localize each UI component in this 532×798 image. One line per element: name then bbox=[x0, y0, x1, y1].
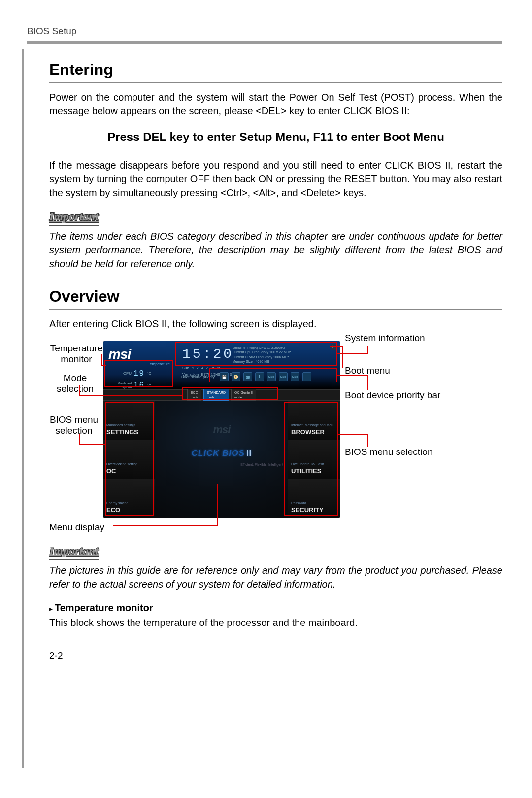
label-menu-display: Menu display bbox=[49, 521, 104, 534]
temp-heading: Temperature bbox=[109, 361, 173, 367]
leader-line bbox=[342, 346, 343, 368]
right-menu: Internet, Message and Mail BROWSER Live … bbox=[288, 401, 340, 518]
temperature-block: Temperature CPU 19 °C Mainboard System 1… bbox=[109, 361, 173, 386]
menu-eco[interactable]: Energy saving ECO bbox=[103, 479, 155, 518]
mode-selection-bar: ECOmode STANDARDmode OC Genie IImode bbox=[103, 389, 340, 401]
boot-dev-icon[interactable]: 📀 bbox=[232, 372, 240, 381]
label-system-information: System information bbox=[345, 333, 425, 344]
important-text-1: The items under each BIOS category descr… bbox=[49, 229, 502, 271]
label-mode-selection: Mode selection bbox=[49, 373, 101, 394]
leader-line bbox=[367, 346, 368, 354]
overview-intro: After entering Click BIOS II, the follow… bbox=[49, 317, 502, 331]
deg: °C bbox=[147, 383, 151, 388]
label-boot-priority: Boot device priority bar bbox=[345, 390, 440, 401]
menu-utilities[interactable]: Live Update, M-Flash UTILITIES bbox=[288, 440, 340, 479]
boot-dev-icon[interactable]: ⋯ bbox=[302, 372, 311, 381]
label-temperature-monitor: Temperature monitor bbox=[49, 343, 103, 365]
leader-line bbox=[337, 353, 367, 354]
rule bbox=[49, 309, 502, 310]
important-label-1: Important bbox=[49, 208, 99, 226]
boot-dev-icon[interactable]: 🖴 bbox=[243, 372, 252, 381]
boot-priority-bar[interactable]: Boot device priority 💾 📀 🖴 🖧 USB USB USB… bbox=[181, 369, 335, 384]
menu-security[interactable]: Password SECURITY bbox=[288, 479, 340, 518]
system-info: Genuine Intel(R) CPU @ 2.20GHz Current C… bbox=[233, 346, 291, 363]
bios-top-bar: msi × Temperature CPU 19 °C Mainboard Sy… bbox=[103, 341, 340, 389]
tagline: Efficient, Flexible, Intelligent bbox=[240, 462, 283, 467]
center-display: msi CLICK BIOSII Efficient, Flexible, In… bbox=[155, 401, 288, 518]
label-boot-menu: Boot menu bbox=[345, 364, 390, 378]
rule bbox=[49, 82, 502, 83]
entering-p2: If the message disappears before you res… bbox=[49, 158, 502, 200]
boot-dev-icon[interactable]: USB bbox=[279, 372, 288, 381]
leader-line bbox=[79, 444, 106, 445]
entering-p1: Power on the computer and the system wil… bbox=[49, 90, 502, 118]
important-text-2: The pictures in this guide are for refer… bbox=[49, 563, 502, 591]
bios-main: Mainboard settings SETTINGS Overclocking… bbox=[103, 401, 340, 518]
bios-screenshot: msi × Temperature CPU 19 °C Mainboard Sy… bbox=[103, 341, 340, 518]
side-rule bbox=[22, 49, 24, 682]
boot-dev-icon[interactable]: USB bbox=[291, 372, 299, 381]
faint-msi-logo: msi bbox=[213, 422, 231, 438]
left-menu: Mainboard settings SETTINGS Overclocking… bbox=[103, 401, 155, 518]
overview-heading: Overview bbox=[49, 285, 502, 308]
page-content: Entering Power on the computer and the s… bbox=[27, 59, 502, 662]
header-rule bbox=[27, 41, 502, 44]
mode-ocgenie-button[interactable]: OC Genie IImode bbox=[231, 389, 256, 401]
close-icon[interactable]: × bbox=[330, 344, 337, 350]
mode-eco-button[interactable]: ECOmode bbox=[187, 389, 201, 401]
temperature-monitor-item: ▸Temperature monitor bbox=[49, 601, 502, 615]
leader-line bbox=[367, 434, 368, 447]
mb-label: Mainboard System bbox=[109, 382, 132, 390]
boot-dev-icon[interactable]: 💾 bbox=[220, 372, 229, 381]
menu-settings[interactable]: Mainboard settings SETTINGS bbox=[103, 401, 155, 440]
page-number: 2-2 bbox=[49, 649, 502, 662]
mode-standard-button[interactable]: STANDARDmode bbox=[203, 389, 229, 401]
menu-browser[interactable]: Internet, Message and Mail BROWSER bbox=[288, 401, 340, 440]
triangle-bullet-icon: ▸ bbox=[49, 605, 53, 613]
press-del-message: Press DEL key to enter Setup Menu, F11 t… bbox=[49, 129, 502, 145]
temperature-monitor-text: This block shows the temperature of the … bbox=[49, 616, 502, 629]
cpu-temp: 19 bbox=[133, 368, 145, 379]
label-bios-menu-right: BIOS menu selection bbox=[345, 447, 432, 457]
label-bios-menu-left: BIOS menu selection bbox=[49, 415, 99, 436]
click-bios-logo: CLICK BIOSII bbox=[192, 448, 252, 459]
deg: °C bbox=[147, 371, 151, 376]
entering-heading: Entering bbox=[49, 59, 502, 81]
bios-figure: Temperature monitor Mode selection BIOS … bbox=[49, 336, 502, 528]
boot-dev-icon[interactable]: 🖧 bbox=[255, 372, 264, 381]
boot-label: Boot device priority bbox=[181, 374, 215, 380]
menu-oc[interactable]: Overclocking setting OC bbox=[103, 440, 155, 479]
boot-dev-icon[interactable]: USB bbox=[267, 372, 276, 381]
page-header: BIOS Setup bbox=[27, 25, 502, 38]
cpu-label: CPU bbox=[109, 371, 132, 376]
leader-line bbox=[113, 525, 217, 526]
important-label-2: Important bbox=[49, 543, 99, 560]
leader-line bbox=[338, 434, 367, 435]
